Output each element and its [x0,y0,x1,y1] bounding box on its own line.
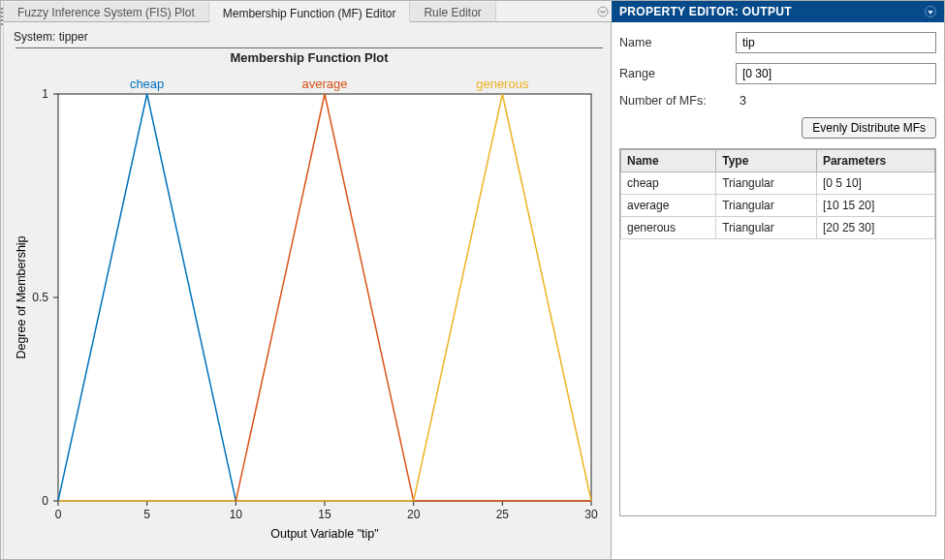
system-label: System: [14,30,55,44]
range-field[interactable] [736,63,936,84]
mf-label-average: average [302,77,348,91]
app-root: Fuzzy Inference System (FIS) Plot Member… [0,0,945,560]
mf-cell-params[interactable]: [20 25 30] [816,217,934,239]
mf-th-params[interactable]: Parameters [816,150,934,172]
range-label: Range [619,67,736,80]
x-tick-3: 15 [318,508,331,521]
x-axis: 0 5 10 15 20 25 30 [55,501,598,521]
system-name: tipper [59,30,88,44]
x-axis-label: Output Variable "tip" [270,527,378,541]
tab-filler [496,1,591,21]
mf-table: Name Type Parameters cheap Triangular [0… [620,149,935,239]
mf-label-generous: generous [476,77,529,91]
mf-cell-type[interactable]: Triangular [716,217,817,239]
left-panel-inner: Fuzzy Inference System (FIS) Plot Member… [4,1,614,559]
mf-cell-name[interactable]: cheap [621,172,716,195]
left-panel: Fuzzy Inference System (FIS) Plot Member… [1,1,612,559]
y-axis-label: Degree of Membership [15,235,28,358]
plot-title: Membership Function Plot [16,47,603,65]
mf-cell-params[interactable]: [10 15 20] [816,195,934,217]
x-tick-2: 10 [230,508,243,521]
chevron-down-icon [597,6,609,17]
property-editor-panel: PROPERTY EDITOR: OUTPUT Name Range Numbe… [612,1,944,559]
tab-mf-editor[interactable]: Membership Function (MF) Editor [209,1,411,22]
x-tick-6: 30 [584,508,598,521]
mf-cell-type[interactable]: Triangular [716,195,817,217]
num-mfs-label: Number of MFs: [619,94,736,108]
num-mfs-value: 3 [736,94,746,108]
svg-point-0 [598,7,608,16]
x-tick-1: 5 [143,508,150,521]
name-field[interactable] [736,32,936,53]
name-label: Name [619,36,736,49]
plot-area: Membership Function Plot cheap average g… [12,47,607,551]
prop-row-range: Range [619,63,936,84]
panel-menu-icon[interactable] [925,6,936,17]
tab-fis-plot[interactable]: Fuzzy Inference System (FIS) Plot [4,1,209,21]
y-tick-0: 0 [42,494,48,508]
mf-th-type[interactable]: Type [716,150,817,172]
mf-cell-name[interactable]: generous [621,217,716,239]
tab-rule-editor[interactable]: Rule Editor [410,1,495,21]
mf-label-cheap: cheap [130,77,164,91]
mf-table-container: Name Type Parameters cheap Triangular [0… [619,148,936,516]
y-tick-1: 0.5 [32,291,48,304]
x-tick-5: 25 [496,508,510,521]
mf-cell-type[interactable]: Triangular [716,172,817,195]
prop-row-name: Name [619,32,936,53]
mf-th-name[interactable]: Name [621,150,716,172]
mf-cell-params[interactable]: [0 5 10] [816,172,934,195]
mf-cell-name[interactable]: average [621,195,716,217]
y-axis: 0 0.5 1 [32,87,58,508]
mf-table-header-row: Name Type Parameters [621,150,935,172]
evenly-distribute-button[interactable]: Evenly Distribute MFs [802,117,936,139]
membership-function-plot[interactable]: cheap average generous 0 0.5 1 [12,65,607,549]
property-editor-title: PROPERTY EDITOR: OUTPUT [619,5,792,18]
property-editor-body: Name Range Number of MFs: 3 Evenly Distr… [612,22,944,526]
x-tick-4: 20 [407,508,421,521]
distribute-row: Evenly Distribute MFs [619,117,936,139]
property-editor-header: PROPERTY EDITOR: OUTPUT [612,1,944,22]
tabbar: Fuzzy Inference System (FIS) Plot Member… [4,1,614,22]
x-tick-0: 0 [55,508,62,521]
prop-row-num-mfs: Number of MFs: 3 [619,94,936,108]
system-info-row: System: tipper [4,22,614,47]
y-tick-2: 1 [42,87,48,101]
plot-axes-box [58,94,591,501]
table-row[interactable]: cheap Triangular [0 5 10] [621,172,935,195]
table-row[interactable]: generous Triangular [20 25 30] [621,217,935,239]
table-row[interactable]: average Triangular [10 15 20] [621,195,935,217]
